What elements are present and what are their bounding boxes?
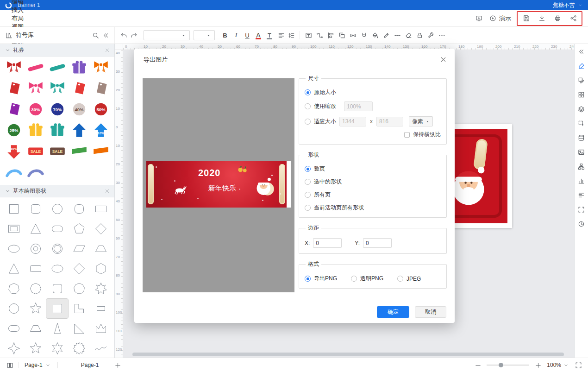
radio-whole-page[interactable] [305,166,311,172]
symbol-tag[interactable] [3,100,25,120]
section-close-icon[interactable] [103,46,111,54]
text-box-button[interactable] [303,30,313,40]
shape-small-rect[interactable] [90,299,112,318]
font-size-select[interactable] [194,30,215,40]
symbol-gift[interactable] [68,58,90,78]
shape-tall-triangle[interactable] [46,319,68,338]
font-family-select[interactable] [144,30,190,40]
connector-button[interactable] [314,30,325,40]
shape-square[interactable] [3,199,25,219]
margin-y-input[interactable] [363,238,392,248]
pen-button[interactable] [381,30,391,40]
section-header-basic-shapes[interactable]: 基本绘图形状 [0,185,114,197]
shape-double-circle[interactable] [46,239,68,259]
underline-button[interactable]: U [242,30,253,41]
margin-x-input[interactable] [313,238,342,248]
italic-button[interactable]: I [231,30,242,41]
zoom-in-button[interactable] [533,360,543,370]
fit-screen-icon[interactable] [577,205,586,214]
shape-frame[interactable] [3,219,25,239]
line-spacing-button[interactable] [286,30,296,40]
section-header-coupons[interactable]: 礼券 [0,44,114,57]
zoom-level[interactable]: 100% [547,361,569,369]
symbol-badge[interactable]: 25% [3,120,25,141]
symbol-bow[interactable] [3,58,25,78]
section-close-icon[interactable] [103,187,111,195]
zoom-slider[interactable] [487,362,529,368]
symbol-tag[interactable] [90,79,112,99]
menubar-item-2[interactable]: 编辑 [5,0,31,6]
shape-squircle[interactable] [68,199,90,219]
shape-burst[interactable] [68,339,90,358]
share-button[interactable] [568,13,578,24]
redo-button[interactable] [129,30,139,40]
radio-export-png[interactable] [305,276,311,282]
pages-overview-icon[interactable] [5,360,15,370]
chart-icon[interactable] [577,176,586,185]
org-chart-icon[interactable] [577,162,586,171]
shape-star5[interactable] [25,299,46,318]
symbol-arrow-up[interactable]: 10% [90,120,112,141]
symbol-gift[interactable] [25,120,46,141]
shape-circle[interactable] [46,199,68,219]
shape-parallelogram[interactable] [68,239,90,259]
symbol-bow[interactable] [90,58,112,78]
zoom-out-button[interactable] [473,360,483,370]
horizontal-scrollbar[interactable] [130,353,568,356]
symbol-badge[interactable]: 70% [46,100,68,120]
snap-button[interactable] [359,30,369,40]
symbol-arrow-up[interactable] [68,120,90,141]
keep-ratio-checkbox[interactable] [404,132,410,138]
symbol-swoosh[interactable] [25,162,46,183]
tools-button[interactable] [425,30,436,40]
presentation-view-icon[interactable] [474,13,484,24]
symbol-arrow-down[interactable]: 10% [3,141,25,162]
eraser-button[interactable] [403,30,413,40]
fit-width-input[interactable] [339,117,366,126]
shape-square[interactable] [46,299,68,318]
menubar-item-4[interactable]: 布局 [5,14,31,23]
zoom-slider-thumb[interactable] [499,363,503,367]
radio-jpeg[interactable] [397,276,403,282]
shape-diamond[interactable] [90,219,112,239]
fit-height-input[interactable] [376,117,403,126]
shape-corner-rect[interactable] [25,259,46,278]
history-icon[interactable] [577,219,586,228]
shape-donut[interactable] [25,239,46,259]
symbol-badge[interactable]: 40% [68,100,90,120]
lock-button[interactable] [414,30,425,40]
text-style-button[interactable]: T [264,30,275,41]
radio-all-pages[interactable] [305,192,311,198]
selection-icon[interactable] [577,119,586,128]
align-text-icon[interactable] [577,190,586,200]
symbol-sale[interactable]: SALE [25,141,46,162]
radio-active-page-shapes[interactable] [305,205,311,211]
search-icon[interactable] [90,30,100,40]
menubar-item-3[interactable]: 插入 [5,6,31,14]
symbol-bow[interactable] [46,79,68,99]
shape-rounded-rect[interactable] [3,319,25,338]
distribute-button[interactable] [348,30,358,40]
insert-image-icon[interactable] [577,147,586,157]
shape-nonagon[interactable] [68,279,90,298]
symbol-ribbon[interactable] [46,58,68,78]
symbol-sale[interactable]: SALE [46,141,68,162]
symbol-tag[interactable] [68,79,90,99]
collapse-panel-icon[interactable] [577,47,586,56]
shape-l-shape[interactable] [68,299,90,318]
scale-input[interactable] [344,101,373,111]
shape-ellipse[interactable] [3,239,25,259]
symbol-gift[interactable] [46,120,68,141]
cancel-button[interactable]: 取消 [415,306,446,318]
user-menu[interactable]: 焦糖不苦 [553,1,583,9]
symbol-ribbon[interactable] [25,58,46,78]
align-left-button[interactable] [276,30,286,40]
collapse-left-panel-icon[interactable] [100,30,111,40]
edit-shape-icon[interactable] [577,76,586,85]
symbol-bow[interactable] [25,79,46,99]
shape-rounded-square[interactable] [25,199,46,219]
shape-circle[interactable] [3,299,25,318]
bold-button[interactable]: B [219,30,231,41]
print-button[interactable] [552,13,563,24]
symbol-badge[interactable]: 30% [25,100,46,120]
